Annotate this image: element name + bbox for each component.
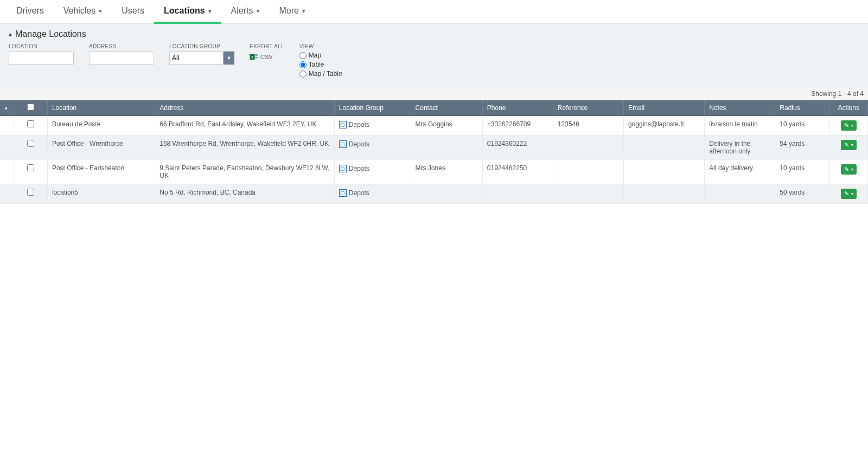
svg-text:X: X: [251, 55, 254, 59]
group-name: Depots: [349, 165, 369, 172]
table-header-row: ▾ Location Address Location Group Contac…: [0, 100, 868, 116]
cell-actions: ✎▾: [829, 116, 867, 136]
view-label: VIEW: [299, 43, 342, 49]
chevron-down-icon: ▾: [851, 123, 853, 128]
row-checkbox[interactable]: [27, 189, 34, 196]
cell-contact: Mrs Goggins: [411, 116, 482, 136]
select-all-checkbox[interactable]: [27, 104, 34, 111]
view-radio-map[interactable]: Map: [299, 52, 342, 59]
nav-locations[interactable]: Locations▾: [154, 0, 221, 24]
location-filter-input[interactable]: [9, 52, 74, 65]
sort-caret-icon: ▾: [5, 106, 8, 111]
edit-action-button[interactable]: ✎▾: [841, 189, 857, 199]
row-checkbox[interactable]: [27, 120, 34, 127]
row-checkbox[interactable]: [27, 140, 34, 147]
svg-rect-3: [255, 56, 258, 57]
radio-label: Map: [309, 52, 321, 59]
cell-phone: 01924462250: [482, 160, 553, 184]
col-reference[interactable]: Reference: [553, 100, 623, 116]
address-filter-input[interactable]: [89, 52, 154, 65]
cell-reference: [553, 184, 623, 204]
nav-vehicles[interactable]: Vehicles▾: [54, 0, 112, 24]
cell-radius: 10 yards: [775, 160, 829, 184]
radio-input-maptable[interactable]: [299, 70, 307, 78]
radio-label: Table: [309, 61, 324, 68]
cell-phone: 01924360222: [482, 136, 553, 160]
page-title: Manage Locations: [15, 29, 86, 39]
row-menu-cell: [0, 116, 14, 136]
address-filter-label: ADDRESS: [89, 43, 154, 49]
table-row: Bureau de Poste66 Bradford Rd, East Ards…: [0, 116, 868, 136]
col-contact[interactable]: Contact: [411, 100, 482, 116]
col-radius[interactable]: Radius: [775, 100, 829, 116]
location-group-icon: ▢: [339, 189, 347, 197]
cell-email: goggins@laposte.fr: [623, 116, 704, 136]
cell-notes: All day delivery: [705, 160, 775, 184]
col-select-all[interactable]: [14, 100, 48, 116]
locations-table: ▾ Location Address Location Group Contac…: [0, 100, 868, 204]
nav-drivers[interactable]: Drivers: [7, 0, 54, 24]
cell-location: location5: [47, 184, 155, 204]
results-summary-bar: Showing 1 - 4 of 4: [0, 87, 868, 100]
filter-collapse-toggle[interactable]: ▴ Manage Locations: [9, 29, 859, 39]
col-location[interactable]: Location: [47, 100, 155, 116]
cell-location: Post Office - Earlsheaton: [47, 160, 155, 184]
cell-contact: [411, 184, 482, 204]
csv-label: CSV: [260, 54, 273, 60]
chevron-up-icon: ▴: [9, 30, 12, 38]
chevron-down-icon: ▾: [99, 8, 102, 15]
chevron-down-icon: ▾: [257, 8, 260, 15]
nav-label: Vehicles: [63, 6, 96, 16]
col-address[interactable]: Address: [155, 100, 335, 116]
nav-alerts[interactable]: Alerts▾: [221, 0, 270, 24]
cell-contact: Mrs Jones: [411, 160, 482, 184]
edit-action-button[interactable]: ✎▾: [841, 120, 857, 131]
radio-label: Map / Table: [309, 70, 342, 78]
cell-radius: 10 yards: [775, 116, 829, 136]
location-group-icon: ▢: [339, 165, 347, 172]
group-filter-dropdown-button[interactable]: ▼: [224, 52, 234, 65]
table-row: Post Office - Wrenthorpe158 Wrenthorpe R…: [0, 136, 868, 160]
cell-address: 9 Saint Peters Parade, Earlsheaton, Dews…: [155, 160, 335, 184]
pencil-icon: ✎: [844, 122, 849, 129]
col-email[interactable]: Email: [623, 100, 704, 116]
col-actions: Actions: [829, 100, 867, 116]
row-select-cell: [14, 184, 48, 204]
nav-label: Drivers: [16, 6, 44, 16]
row-checkbox[interactable]: [27, 164, 34, 171]
export-csv-link[interactable]: X CSV: [250, 53, 284, 61]
col-phone[interactable]: Phone: [482, 100, 553, 116]
cell-address: 66 Bradford Rd, East Ardsley, Wakefield …: [155, 116, 335, 136]
cell-email: [623, 184, 704, 204]
svg-rect-4: [255, 58, 258, 59]
cell-notes: Delivery in the afternoon only: [705, 136, 775, 160]
pencil-icon: ✎: [844, 190, 849, 197]
edit-action-button[interactable]: ✎▾: [841, 140, 857, 150]
top-nav: Drivers Vehicles▾ Users Locations▾ Alert…: [0, 0, 868, 24]
radio-input-table[interactable]: [299, 61, 307, 68]
cell-phone: [482, 184, 553, 204]
row-select-cell: [14, 136, 48, 160]
chevron-down-icon: ▾: [851, 191, 853, 196]
cell-location: Post Office - Wrenthorpe: [47, 136, 155, 160]
edit-action-button[interactable]: ✎▾: [841, 164, 857, 175]
row-menu-cell: [0, 136, 14, 160]
nav-more[interactable]: More▾: [270, 0, 315, 24]
cell-notes: livraison le matin: [705, 116, 775, 136]
view-radio-maptable[interactable]: Map / Table: [299, 70, 342, 78]
cell-reference: 123546: [553, 116, 623, 136]
nav-users[interactable]: Users: [112, 0, 154, 24]
col-group[interactable]: Location Group: [334, 100, 411, 116]
cell-actions: ✎▾: [829, 160, 867, 184]
view-radio-table[interactable]: Table: [299, 61, 342, 68]
group-name: Depots: [349, 189, 369, 197]
filter-bar: ▴ Manage Locations LOCATION ADDRESS LOCA…: [0, 24, 868, 87]
col-notes[interactable]: Notes: [705, 100, 775, 116]
col-menu[interactable]: ▾: [0, 100, 14, 116]
group-filter-input[interactable]: [169, 52, 224, 65]
cell-group: ▢Depots: [334, 116, 411, 136]
location-group-icon: ▢: [339, 140, 347, 148]
row-menu-cell: [0, 160, 14, 184]
group-name: Depots: [349, 121, 369, 128]
radio-input-map[interactable]: [299, 52, 307, 59]
